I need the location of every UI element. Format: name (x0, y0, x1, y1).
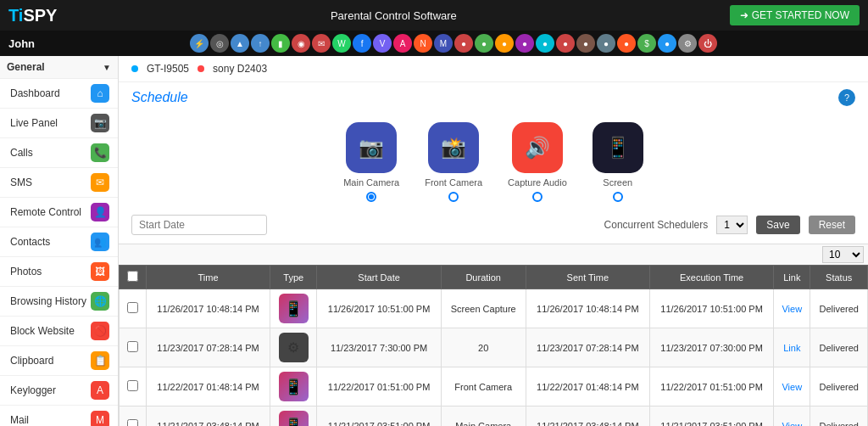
schedule-icon-front-camera[interactable]: 📸Front Camera (425, 122, 482, 202)
sidebar-item-clipboard[interactable]: Clipboard📋 (0, 346, 118, 376)
row-status: Delivered (810, 328, 868, 367)
schedule-icon-screen[interactable]: 📱Screen (593, 122, 643, 202)
reset-button[interactable]: Reset (809, 216, 855, 234)
sidebar-item-mail[interactable]: MailM (0, 406, 118, 426)
sidebar-item-sms[interactable]: SMS✉ (0, 168, 118, 198)
device2-dot (198, 65, 204, 72)
row-checkbox-0[interactable] (127, 302, 138, 313)
app6-icon[interactable]: ● (495, 34, 514, 53)
help-icon[interactable]: ? (838, 89, 855, 106)
row-link[interactable]: View (782, 421, 802, 427)
row-start-date: 11/26/2017 10:51:00 PM (317, 289, 441, 328)
start-date-input[interactable] (131, 215, 267, 235)
power-icon[interactable]: ⏻ (698, 34, 717, 53)
sidebar-icon-symbol: A (91, 381, 109, 400)
app9-icon[interactable]: ● (556, 34, 575, 53)
schedule-table: TimeTypeStart DateDurationSent TimeExecu… (119, 265, 868, 426)
row-duration: Main Camera (441, 406, 526, 427)
app11-icon[interactable]: ● (597, 34, 615, 53)
col-header-8: Status (810, 266, 868, 289)
settings-top-icon[interactable]: ⚙ (678, 34, 697, 53)
sidebar-item-keylogger[interactable]: KeyloggerA (0, 376, 118, 406)
schedule-radio-2[interactable] (532, 192, 542, 202)
row-checkbox-1[interactable] (127, 341, 138, 352)
schedule-icon-circle: 📸 (428, 122, 479, 173)
bluetooth-icon[interactable]: ⚡ (190, 34, 209, 53)
wifi-icon[interactable]: ▲ (231, 34, 249, 53)
schedule-radio-3[interactable] (613, 192, 623, 202)
sidebar-icon-symbol: 📷 (91, 114, 109, 132)
page-size-select[interactable]: 102050100 (822, 246, 864, 263)
sidebar-item-browsing-history[interactable]: Browsing History🌐 (0, 287, 118, 317)
select-all-checkbox[interactable] (127, 271, 138, 282)
row-sent-time: 11/22/2017 01:48:14 PM (526, 367, 649, 406)
sidebar-item-photos[interactable]: Photos🖼 (0, 257, 118, 287)
app2-icon[interactable]: N (414, 34, 432, 53)
eye-icon[interactable]: ◎ (210, 34, 229, 53)
concurrent-select[interactable]: 123 (716, 216, 748, 234)
sidebar-icon-symbol: ✉ (91, 173, 109, 192)
table-row: 11/23/2017 07:28:14 PM⚙11/23/2017 7:30:0… (120, 328, 868, 367)
app7-icon[interactable]: ● (515, 34, 534, 53)
device2-label[interactable]: sony D2403 (213, 63, 267, 75)
schedule-title: Schedule (131, 90, 188, 105)
table-container: TimeTypeStart DateDurationSent TimeExecu… (119, 265, 868, 426)
sidebar-icon-symbol: 👥 (91, 233, 109, 251)
sidebar-icon-symbol: 👤 (91, 203, 109, 221)
main-content: GT-I9505 sony D2403 Schedule ? 📷Main Cam… (119, 56, 868, 426)
sidebar-icon-symbol: 🖼 (91, 262, 109, 281)
controls-row: Concurrent Schedulers 123 Save Reset (119, 210, 868, 244)
row-type-icon: ⚙ (270, 328, 317, 367)
content-wrapper: General▼Dashboard⌂Live Panel📷Calls📞SMS✉R… (0, 56, 868, 426)
app13-icon[interactable]: $ (637, 34, 656, 53)
row-sent-time: 11/21/2017 03:48:14 PM (526, 406, 649, 427)
schedule-icon-capture-audio[interactable]: 🔊Capture Audio (508, 122, 567, 202)
table-row: 11/21/2017 03:48:14 PM📱11/21/2017 03:51:… (120, 406, 868, 427)
app12-icon[interactable]: ● (617, 34, 636, 53)
app3-icon[interactable]: M (434, 34, 453, 53)
schedule-header: Schedule ? (119, 82, 868, 109)
col-header-7: Link (774, 266, 810, 289)
sidebar-icon-symbol: M (91, 411, 109, 426)
row-exec-time: 11/22/2017 01:51:00 PM (649, 367, 773, 406)
app5-icon[interactable]: ● (475, 34, 493, 53)
schedule-icon-circle: 🔊 (512, 122, 563, 173)
app14-icon[interactable]: ● (658, 34, 676, 53)
signal-icon[interactable]: ↑ (251, 34, 270, 53)
col-header-4: Duration (441, 266, 526, 289)
app4-icon[interactable]: ● (454, 34, 473, 53)
sidebar-item-calls[interactable]: Calls📞 (0, 138, 118, 168)
sidebar-item-remote-control[interactable]: Remote Control👤 (0, 198, 118, 227)
sidebar-section-general[interactable]: General▼ (0, 56, 118, 79)
row-checkbox-2[interactable] (127, 380, 138, 391)
app10-icon[interactable]: ● (576, 34, 595, 53)
battery-icon[interactable]: ▮ (271, 34, 290, 53)
schedule-radio-1[interactable] (448, 192, 459, 202)
viber-icon[interactable]: V (373, 34, 392, 53)
row-duration: Front Camera (441, 367, 526, 406)
row-start-date: 11/22/2017 01:51:00 PM (317, 367, 441, 406)
whatsapp-icon[interactable]: W (332, 34, 351, 53)
app1-icon[interactable]: A (393, 34, 412, 53)
row-link[interactable]: Link (783, 343, 800, 353)
col-header-1: Time (146, 266, 270, 289)
save-button[interactable]: Save (756, 216, 799, 234)
sidebar-item-block-website[interactable]: Block Website🚫 (0, 317, 118, 346)
schedule-radio-0[interactable] (366, 192, 376, 202)
device1-label[interactable]: GT-I9505 (147, 63, 189, 75)
camera-icon[interactable]: ◉ (292, 34, 310, 53)
sidebar-icon-symbol: 🌐 (91, 292, 109, 311)
row-checkbox-3[interactable] (127, 419, 138, 426)
get-started-button[interactable]: ➜ GET STARTED NOW (730, 5, 860, 25)
sidebar-item-live-panel[interactable]: Live Panel📷 (0, 109, 118, 138)
row-link[interactable]: View (782, 304, 802, 314)
row-sent-time: 11/26/2017 10:48:14 PM (526, 289, 649, 328)
schedule-icon-main-camera[interactable]: 📷Main Camera (343, 122, 399, 202)
app8-icon[interactable]: ● (536, 34, 554, 53)
row-link[interactable]: View (782, 382, 802, 392)
sidebar-item-dashboard[interactable]: Dashboard⌂ (0, 79, 118, 109)
sidebar-item-contacts[interactable]: Contacts👥 (0, 227, 118, 257)
facebook-icon[interactable]: f (353, 34, 371, 53)
mail-icon[interactable]: ✉ (312, 34, 331, 53)
schedule-icon-circle: 📷 (346, 122, 397, 173)
